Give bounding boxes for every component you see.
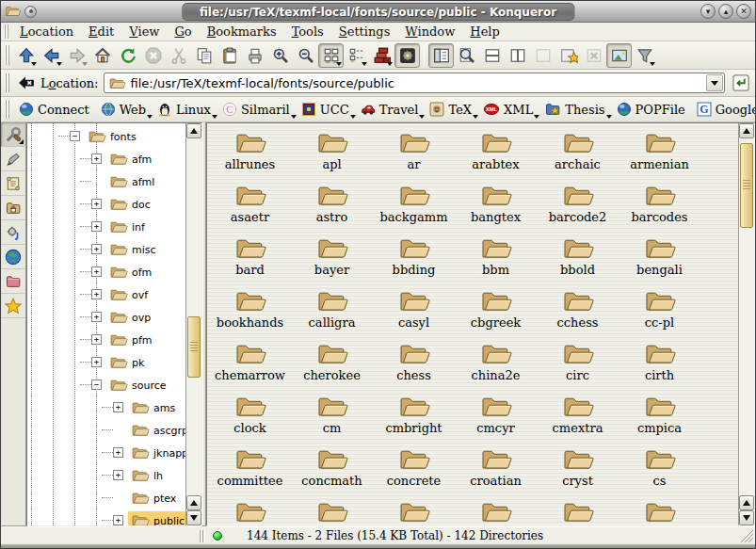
folder-backgamm[interactable]: backgamm — [373, 180, 455, 233]
arrow-left-dropdown-arrow[interactable] — [56, 62, 62, 66]
pen-tab[interactable] — [1, 147, 25, 171]
tree-item-public[interactable]: + public — [27, 509, 185, 526]
bookmark-linux[interactable]: Linux — [152, 100, 217, 119]
back-button[interactable] — [39, 43, 64, 68]
tree-item-content[interactable]: ams — [128, 398, 183, 417]
tree-item-content[interactable]: ovf — [106, 285, 155, 304]
folder-unlabeled[interactable] — [291, 496, 373, 526]
folder-chemarrow[interactable]: chemarrow — [209, 338, 291, 391]
tree-item-ovf[interactable]: + ovf — [27, 283, 185, 306]
tree-item-ascgrp[interactable]: ascgrp — [27, 419, 185, 442]
bookmark-popfile[interactable]: POPFile — [611, 100, 691, 119]
collapse-expander[interactable]: − — [91, 379, 102, 390]
expand-expander[interactable]: + — [91, 289, 102, 299]
bookmark-tex[interactable]: TeX — [424, 100, 477, 119]
expand-expander[interactable]: + — [91, 266, 102, 277]
menu-edit[interactable]: Edit — [81, 24, 121, 40]
services-tab[interactable] — [1, 220, 25, 245]
folder-bbold[interactable]: bbold — [537, 233, 619, 285]
tree-item-content[interactable]: fonts — [85, 127, 144, 146]
bookmark-web[interactable]: Web — [95, 100, 152, 119]
tree-item-content[interactable]: ptex — [128, 489, 184, 508]
folder-china2e[interactable]: china2e — [455, 338, 537, 391]
tree-item-content[interactable]: source — [106, 376, 174, 395]
folder-unlabeled[interactable] — [209, 496, 291, 526]
folder-apl[interactable]: apl — [291, 127, 373, 180]
view-scrollbar-thumb[interactable] — [740, 143, 753, 228]
tree-item-content[interactable]: doc — [106, 195, 158, 214]
tree-item-content[interactable]: inf — [106, 218, 153, 236]
folder-allrunes[interactable]: allrunes — [209, 127, 291, 180]
tree-item-afml[interactable]: afml — [27, 170, 185, 193]
folder-bookhands[interactable]: bookhands — [209, 285, 291, 338]
tree-item-afm[interactable]: + afm — [27, 148, 185, 170]
menu-settings[interactable]: Settings — [331, 24, 398, 40]
folder-cchess[interactable]: cchess — [537, 285, 619, 338]
tree-scroll-up2-button[interactable] — [186, 495, 201, 510]
expand-expander[interactable]: + — [113, 447, 123, 458]
location-combobox[interactable] — [104, 73, 725, 93]
folder-circ[interactable]: circ — [537, 338, 619, 391]
tree-scroll-up-button[interactable] — [186, 123, 201, 138]
folder-calligra[interactable]: calligra — [291, 285, 373, 338]
tree-item-ofm[interactable]: + ofm — [27, 261, 185, 283]
folder-cmbright[interactable]: cmbright — [373, 391, 455, 444]
expand-expander[interactable]: + — [113, 515, 123, 525]
window-resize-grip[interactable] — [740, 529, 753, 542]
tree-scroll-down-button[interactable] — [186, 510, 201, 525]
tree-item-content[interactable]: lh — [128, 466, 170, 485]
expand-expander[interactable]: + — [91, 221, 102, 232]
arrow-right-dropdown-arrow[interactable] — [82, 62, 88, 66]
folder-cmextra[interactable]: cmextra — [537, 391, 619, 444]
bookmark-google[interactable]: GGoogle — [691, 100, 756, 119]
split-view-left-right-button[interactable] — [505, 43, 530, 68]
configure-panel-tab[interactable] — [1, 122, 25, 147]
folder-unlabeled[interactable] — [619, 496, 700, 526]
root-folder-tab[interactable] — [1, 269, 25, 294]
bookmark-ucc[interactable]: UCC — [296, 100, 355, 119]
tree-item-pfm[interactable]: + pfm — [27, 329, 185, 351]
folder-barcodes[interactable]: barcodes — [619, 180, 700, 233]
folder-cc-pl[interactable]: cc-pl — [619, 285, 700, 338]
tree-item-ptex[interactable]: ptex — [27, 487, 185, 509]
icon-view-dropdown-arrow[interactable] — [336, 62, 342, 66]
menu-bookmarks[interactable]: Bookmarks — [200, 24, 284, 40]
title-bar[interactable]: file:/usr/TeX/texmf-local/fonts/source/p… — [1, 1, 755, 23]
view-scrollbar[interactable] — [738, 123, 754, 525]
folder-arabtex[interactable]: arabtex — [455, 127, 537, 180]
folder-cirth[interactable]: cirth — [619, 338, 700, 391]
print-button[interactable] — [242, 43, 267, 68]
folder-chess[interactable]: chess — [373, 338, 455, 391]
stop-button[interactable] — [140, 43, 166, 68]
multicolumn-view-dropdown-arrow[interactable] — [362, 62, 367, 66]
tree-scrollbar[interactable] — [185, 123, 201, 525]
folder-ar[interactable]: ar — [373, 127, 455, 180]
tree-item-content[interactable]: misc — [106, 240, 164, 259]
folder-astro[interactable]: astro — [291, 180, 373, 233]
folder-unlabeled[interactable] — [373, 496, 455, 526]
tree-item-misc[interactable]: + misc — [27, 238, 185, 261]
folder-casyl[interactable]: casyl — [373, 285, 455, 338]
expand-expander[interactable]: + — [91, 312, 102, 322]
split-view-top-bottom-button[interactable] — [479, 43, 505, 68]
folder-cbgreek[interactable]: cbgreek — [455, 285, 537, 338]
bookmark-thesis[interactable]: Thesis — [539, 100, 610, 119]
tree-item-ovp[interactable]: + ovp — [27, 306, 185, 329]
bookmarks-toolbar-grip[interactable] — [5, 100, 10, 118]
close-button[interactable]: ✕ — [736, 4, 751, 19]
folder-cryst[interactable]: cryst — [537, 444, 619, 496]
location-input[interactable] — [126, 76, 706, 90]
minimize-button[interactable]: ▾ — [700, 4, 716, 19]
folder-cmpica[interactable]: cmpica — [619, 391, 700, 444]
tree-item-pk[interactable]: + pk — [27, 351, 185, 374]
folder-bbm[interactable]: bbm — [455, 233, 537, 285]
tree-item-doc[interactable]: + doc — [27, 193, 185, 216]
folder-cherokee[interactable]: cherokee — [291, 338, 373, 391]
cut-button[interactable] — [166, 43, 191, 68]
folder-unlabeled[interactable] — [537, 496, 619, 526]
find-file-button[interactable] — [454, 43, 479, 68]
folder-asaetr[interactable]: asaetr — [209, 180, 291, 233]
folder-bangtex[interactable]: bangtex — [455, 180, 537, 233]
zoom-in-button[interactable] — [267, 43, 293, 68]
copy-button[interactable] — [191, 43, 217, 68]
